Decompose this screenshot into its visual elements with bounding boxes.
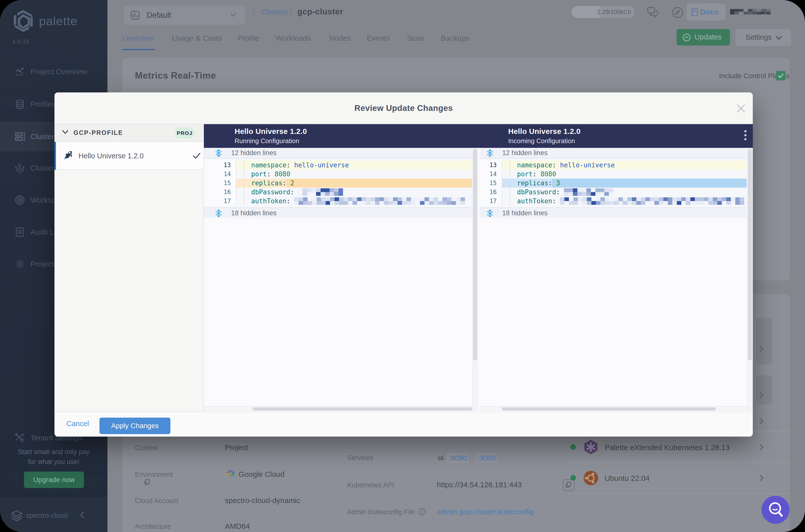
active-tab-underline (122, 49, 155, 50)
kubernetes-api-value: https://34.54.126.181:443 (437, 480, 522, 489)
code-line-13: 13 namespace: hello-universe (204, 160, 479, 170)
docs-label: Docs (700, 8, 718, 16)
hidden-lines-row: 18 hidden lines (480, 208, 753, 218)
line-number: 14 (204, 170, 236, 178)
hidden-lines-label: 12 hidden lines (502, 149, 548, 157)
settings-button[interactable]: Settings (735, 29, 791, 46)
architecture-label: Architecture (135, 523, 171, 531)
admin-kubeconfig-link[interactable]: admin.gcp-cluster.kubeconfig (437, 508, 534, 516)
apply-changes-button[interactable]: Apply Changes (99, 418, 170, 434)
code-line-16: 16 dbPassword: (204, 188, 479, 196)
compass-icon[interactable] (672, 6, 684, 18)
expand-lines-icon[interactable] (214, 149, 223, 157)
project-selector-value: Default (147, 11, 171, 20)
horizontal-scrollbar (480, 406, 753, 411)
usage-meter-value: 1.29/100kCh (597, 8, 631, 16)
project-selector[interactable]: Default (124, 5, 245, 24)
expand-lines-icon[interactable] (214, 209, 223, 217)
tab-usage-costs[interactable]: Usage & Costs (172, 34, 222, 42)
chat-icon[interactable] (646, 7, 659, 18)
line-number: 13 (480, 160, 502, 170)
include-control-planes-checkbox[interactable] (776, 71, 786, 80)
modal-title: Review Update Changes (54, 103, 753, 113)
palette-wordmark: palette (39, 14, 77, 28)
code-padding (480, 206, 753, 208)
line-number: 13 (204, 160, 236, 170)
upgrade-now-button[interactable]: Upgrade now (24, 472, 84, 488)
tab-backups[interactable]: Backups (441, 34, 469, 42)
editor-empty-area (204, 218, 479, 406)
expand-lines-icon[interactable] (486, 209, 494, 217)
chevron-down-icon (61, 130, 69, 135)
sidebar-item-label: Clusters (31, 132, 58, 141)
breadcrumb-current-cluster: gcp-cluster (297, 7, 343, 17)
code-line-14: 14 port: 8080 (480, 170, 753, 178)
environment-label: Environment (135, 471, 173, 478)
tab-nodes[interactable]: Nodes (329, 34, 351, 42)
cloud-account-value: spectro-cloud-dynamic (225, 496, 300, 505)
code-padding (480, 158, 753, 160)
scrollbar-thumb[interactable] (748, 149, 752, 360)
tab-overview[interactable]: Overview (123, 34, 154, 42)
yaml-value: 8080 (540, 170, 556, 178)
sidebar-footer: spectro cloud (0, 497, 108, 532)
line-number: 17 (204, 196, 236, 206)
updates-button[interactable]: Updates (677, 29, 730, 45)
updates-icon (682, 33, 691, 42)
tools-icon (14, 432, 25, 443)
breadcrumb-separator: / (253, 8, 255, 16)
cancel-button[interactable]: Cancel (67, 420, 89, 428)
tab-scan[interactable]: Scan (407, 34, 424, 42)
copy-api-button[interactable] (563, 479, 575, 491)
yaml-key: port (251, 170, 267, 178)
yaml-key: replicas (251, 179, 282, 187)
project-scope-icon (130, 10, 141, 21)
usage-meter: 1.29/100kCh (572, 6, 635, 18)
line-number: 14 (480, 170, 502, 178)
pack-name[interactable]: Ubuntu 22.04 (605, 474, 650, 482)
selected-item-indicator (54, 142, 56, 170)
service-port-8080[interactable]: :8080 (447, 453, 469, 463)
yaml-key: dbPassword (517, 188, 556, 196)
breadcrumb-link-clusters[interactable]: Clusters (261, 8, 287, 16)
collapse-sidebar-icon[interactable] (79, 511, 85, 519)
tab-events[interactable]: Events (367, 34, 390, 42)
hidden-lines-label: 18 hidden lines (502, 209, 548, 217)
sidebar-item-label: Project Overview (31, 68, 87, 76)
profile-name: GCP-PROFILE (73, 129, 123, 136)
diff-pane-running: 12 hidden lines 13 namespace: hello-univ… (204, 148, 479, 411)
redacted-value (294, 197, 465, 205)
copy-icon[interactable] (144, 478, 150, 486)
spectro-cloud-wordmark: spectro cloud (26, 512, 68, 519)
magnifier-smile-icon (768, 501, 784, 519)
diff-header-bar: Hello Universe 1.2.0 Running Configurati… (204, 124, 753, 148)
close-icon[interactable] (733, 101, 749, 116)
expand-lines-icon[interactable] (486, 149, 494, 157)
redacted-value (298, 188, 343, 196)
tab-workloads[interactable]: Workloads (276, 34, 311, 42)
profile-pack-item[interactable]: Hello Universe 1.2.0 (54, 142, 203, 170)
pack-name[interactable]: Palette eXtended Kubernetes 1.28.13 (605, 443, 730, 452)
tab-profile[interactable]: Profile (238, 34, 259, 42)
docs-button[interactable]: Docs (687, 3, 726, 20)
profile-group-header[interactable]: GCP-PROFILE PROJ (54, 124, 203, 142)
scrollbar-thumb[interactable] (252, 407, 475, 411)
sidebar-item-label: Profiles (31, 100, 55, 108)
book-icon (690, 7, 699, 17)
scrollbar-thumb[interactable] (473, 149, 477, 360)
kebab-menu-icon[interactable] (742, 130, 748, 142)
sidebar-item-project-overview[interactable]: Project Overview (0, 57, 108, 87)
horizontal-scrollbar (204, 406, 479, 411)
target-icon (14, 194, 25, 206)
palette-logo (12, 9, 35, 33)
service-port-3000[interactable]: :3000 (476, 453, 497, 463)
breadcrumb-separator: / (290, 8, 292, 16)
pack-list-partial-row (756, 318, 772, 365)
code-line-17: 17 authToken: (480, 196, 753, 206)
user-menu-redacted[interactable] (761, 10, 765, 15)
search-assistant-fab[interactable] (762, 496, 789, 524)
yaml-value: hello-universe (560, 162, 615, 169)
check-icon (192, 152, 201, 160)
editor-empty-area (480, 218, 753, 406)
scrollbar-thumb[interactable] (502, 407, 716, 411)
